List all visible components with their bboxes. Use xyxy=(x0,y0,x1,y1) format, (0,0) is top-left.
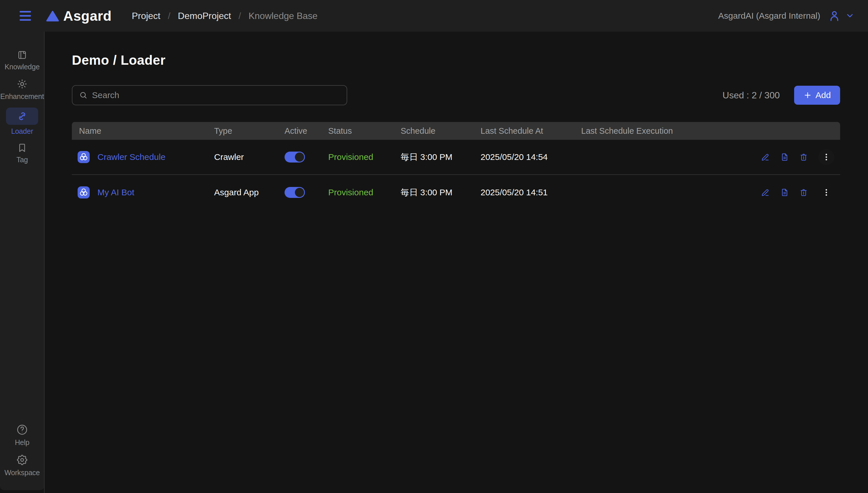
column-header-name: Name xyxy=(72,126,214,136)
add-button[interactable]: Add xyxy=(794,86,840,105)
sidebar-item-label: Knowledge xyxy=(5,63,40,71)
sidebar-item-label: Tag xyxy=(16,156,28,164)
loader-type-icon xyxy=(77,186,90,198)
sidebar-item-tag[interactable]: Tag xyxy=(0,142,44,164)
row-name-link[interactable]: My AI Bot xyxy=(97,188,134,197)
kebab-menu-icon[interactable] xyxy=(818,185,835,200)
row-name-link[interactable]: Crawler Schedule xyxy=(97,152,165,162)
breadcrumb-project[interactable]: Project xyxy=(132,10,160,21)
logo-text: Asgard xyxy=(63,8,112,24)
sidebar-item-label: Enhancement xyxy=(0,92,44,101)
app-header: Asgard Project / DemoProject / Knowledge… xyxy=(0,0,868,31)
gear-icon xyxy=(16,454,28,466)
add-button-label: Add xyxy=(816,90,831,100)
table-header: Name Type Active Status Schedule Last Sc… xyxy=(72,122,840,140)
sidebar-item-loader[interactable]: Loader xyxy=(0,108,44,135)
table-row: Crawler Schedule Crawler Provisioned 毎日 … xyxy=(72,140,840,175)
sidebar-item-help[interactable]: Help xyxy=(0,423,44,447)
sidebar-item-knowledge[interactable]: Knowledge xyxy=(0,49,44,71)
sidebar-item-label: Help xyxy=(15,438,30,447)
logo-triangle-icon xyxy=(46,9,59,22)
column-header-status: Status xyxy=(328,126,401,136)
delete-icon[interactable] xyxy=(799,188,808,197)
search-input[interactable] xyxy=(92,90,322,100)
usage-counter: Used : 2 / 300 xyxy=(723,90,780,101)
sidebar-item-label: Workspace xyxy=(5,469,40,477)
kebab-menu-icon[interactable] xyxy=(818,149,835,165)
sidebar-item-label: Loader xyxy=(11,127,33,135)
loader-type-icon xyxy=(77,151,90,163)
edit-icon[interactable] xyxy=(761,152,770,162)
sidebar-item-enhancement[interactable]: Enhancement xyxy=(0,78,44,101)
row-last-schedule-at: 2025/05/20 14:51 xyxy=(481,188,581,197)
chevron-down-icon[interactable] xyxy=(846,12,854,20)
row-last-schedule-at: 2025/05/20 14:54 xyxy=(481,152,581,162)
sidebar: Knowledge Enhancement Loader Tag Help Wo… xyxy=(0,31,44,490)
row-schedule: 毎日 3:00 PM xyxy=(401,187,481,198)
search-box[interactable] xyxy=(72,85,347,105)
status-badge: Provisioned xyxy=(328,188,373,197)
book-icon xyxy=(17,49,28,60)
breadcrumb-separator: / xyxy=(238,10,241,21)
status-badge: Provisioned xyxy=(328,152,373,162)
menu-icon[interactable] xyxy=(18,9,32,23)
column-header-active: Active xyxy=(284,126,328,136)
bookmark-icon xyxy=(17,142,28,153)
column-header-schedule: Schedule xyxy=(401,126,481,136)
app-logo[interactable]: Asgard xyxy=(46,8,112,24)
row-schedule: 毎日 3:00 PM xyxy=(401,151,481,163)
column-header-last-schedule-execution: Last Schedule Execution xyxy=(581,126,754,136)
row-type: Asgard App xyxy=(214,188,284,197)
breadcrumb-demo-project[interactable]: DemoProject xyxy=(178,10,231,21)
account-name: AsgardAI (Asgard Internal) xyxy=(718,11,820,21)
document-icon[interactable] xyxy=(780,188,789,197)
link-icon xyxy=(17,111,28,122)
breadcrumb-current: Knowledge Base xyxy=(249,10,318,21)
delete-icon[interactable] xyxy=(799,152,808,162)
active-toggle[interactable] xyxy=(284,152,305,163)
sidebar-divider xyxy=(44,31,45,493)
loader-table: Name Type Active Status Schedule Last Sc… xyxy=(72,122,840,210)
table-row: My AI Bot Asgard App Provisioned 毎日 3:00… xyxy=(72,175,840,210)
row-type: Crawler xyxy=(214,152,284,162)
column-header-type: Type xyxy=(214,126,284,136)
breadcrumb-separator: / xyxy=(168,10,170,21)
active-toggle[interactable] xyxy=(284,187,305,198)
user-icon[interactable] xyxy=(828,9,841,22)
edit-icon[interactable] xyxy=(761,188,770,197)
search-icon xyxy=(79,91,88,100)
plus-icon xyxy=(803,91,812,100)
column-header-last-schedule-at: Last Schedule At xyxy=(481,126,581,136)
help-circle-icon xyxy=(16,423,28,436)
sun-icon xyxy=(16,78,28,90)
breadcrumb: Project / DemoProject / Knowledge Base xyxy=(132,10,318,21)
page-title: Demo / Loader xyxy=(72,52,840,68)
document-icon[interactable] xyxy=(780,152,789,162)
sidebar-item-workspace[interactable]: Workspace xyxy=(0,454,44,477)
